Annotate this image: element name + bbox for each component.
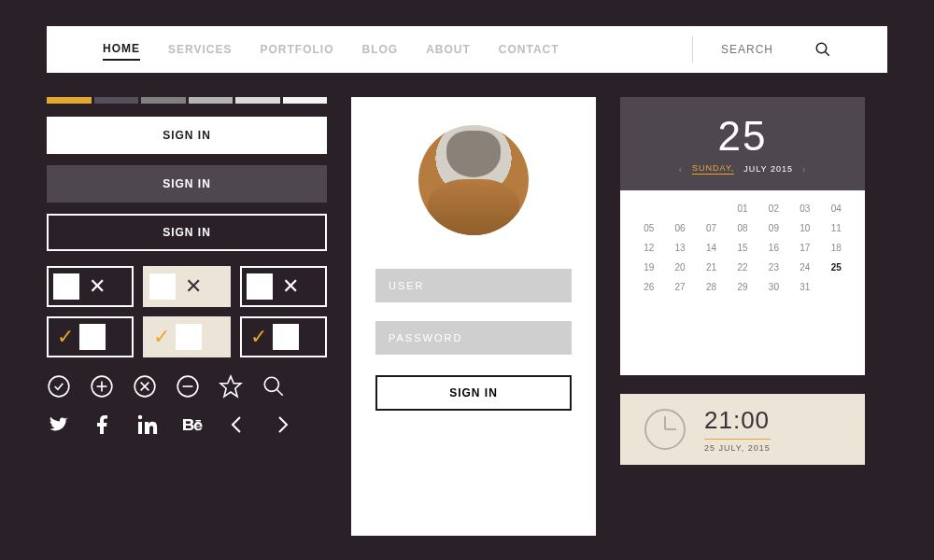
svg-rect-14	[138, 422, 142, 434]
star-icon[interactable]	[219, 374, 243, 399]
chevron-right-icon[interactable]	[271, 413, 293, 436]
clock-widget: 21:00 25 JULY, 2015	[620, 394, 865, 465]
checkbox-variant-1[interactable]: ✕	[47, 266, 134, 307]
calendar-month-year: JULY 2015	[743, 164, 793, 174]
linkedin-icon[interactable]	[136, 413, 159, 436]
clock-icon	[644, 409, 686, 450]
calendar-day-number: 25	[718, 113, 768, 160]
calendar-day-cell[interactable]: 03	[791, 203, 818, 214]
svg-point-2	[49, 376, 69, 397]
progress-segments	[47, 97, 327, 104]
signin-button-light[interactable]: SIGN IN	[47, 117, 327, 154]
facebook-icon[interactable]	[92, 413, 114, 436]
calendar-day-cell[interactable]: 06	[666, 223, 693, 233]
calendar-day-cell[interactable]: 10	[791, 223, 818, 233]
clock-time: 21:00	[704, 406, 771, 435]
nav-divider	[692, 36, 693, 63]
calendar-header: 25 ‹ SUNDAY, JULY 2015 ›	[620, 97, 865, 190]
check-circle-icon[interactable]	[47, 374, 71, 399]
login-submit-button[interactable]: SIGN IN	[375, 375, 572, 411]
svg-point-15	[138, 415, 142, 419]
calendar-day-cell[interactable]: 30	[760, 282, 787, 292]
calendar-day-cell[interactable]: 01	[729, 203, 756, 214]
calendar-day-cell[interactable]: 16	[760, 243, 787, 253]
calendar-next-icon[interactable]: ›	[802, 164, 806, 175]
calendar-day-cell[interactable]: 29	[729, 282, 756, 292]
svg-line-13	[276, 389, 283, 396]
calendar-day-cell[interactable]: 25	[823, 262, 850, 273]
calendar-day-cell[interactable]: 04	[823, 203, 850, 214]
calendar-day-cell[interactable]: 12	[635, 243, 662, 253]
calendar-day-cell[interactable]: 15	[729, 243, 756, 253]
calendar-day-cell[interactable]: 17	[791, 243, 818, 253]
behance-icon[interactable]	[181, 413, 204, 436]
calendar-day-cell[interactable]: 07	[698, 223, 725, 233]
calendar-day-cell[interactable]: 18	[823, 243, 850, 253]
nav-item-services[interactable]: SERVICES	[168, 39, 232, 60]
signin-button-outline[interactable]: SIGN IN	[47, 214, 327, 251]
search-input[interactable]	[721, 43, 786, 56]
checkbox-variant-4[interactable]: ✓	[47, 316, 134, 357]
calendar-day-cell[interactable]: 14	[698, 243, 725, 253]
password-field[interactable]	[375, 321, 572, 355]
calendar-day-cell[interactable]: 09	[760, 223, 787, 233]
svg-line-1	[825, 51, 829, 56]
calendar-day-cell[interactable]: 19	[635, 262, 662, 273]
calendar-day-cell[interactable]: 11	[823, 223, 850, 233]
calendar-day-cell[interactable]: 23	[760, 262, 787, 273]
calendar-day-cell[interactable]: 08	[729, 223, 756, 233]
nav-item-about[interactable]: ABOUT	[426, 39, 471, 60]
checkbox-variant-5[interactable]: ✓	[143, 316, 230, 357]
chevron-left-icon[interactable]	[226, 413, 248, 436]
checkbox-variant-6[interactable]: ✓	[240, 316, 327, 357]
calendar-day-cell[interactable]: 22	[729, 262, 756, 273]
svg-point-0	[816, 43, 827, 53]
signin-button-grey[interactable]: SIGN IN	[47, 165, 327, 203]
calendar-day-cell[interactable]: 31	[791, 282, 818, 292]
login-card: SIGN IN	[351, 97, 596, 536]
clock-date: 25 JULY, 2015	[704, 439, 771, 453]
nav-item-blog[interactable]: BLOG	[361, 39, 398, 60]
top-navbar: HOME SERVICES PORTFOLIO BLOG ABOUT CONTA…	[47, 26, 887, 73]
calendar-day-cell[interactable]: 02	[760, 203, 787, 214]
icon-row	[47, 374, 327, 399]
calendar-day-cell[interactable]: 20	[666, 262, 693, 273]
minus-circle-icon[interactable]	[176, 374, 200, 399]
avatar	[418, 125, 529, 235]
search-outline-icon[interactable]	[262, 374, 286, 399]
search-icon[interactable]	[814, 41, 831, 58]
calendar-day-cell[interactable]: 05	[635, 223, 662, 233]
calendar-weekday: SUNDAY,	[692, 163, 734, 175]
user-field[interactable]	[375, 269, 572, 302]
calendar-grid: 0102030405060708091011121314151617181920…	[620, 190, 865, 305]
svg-marker-11	[220, 376, 241, 397]
calendar-prev-icon[interactable]: ‹	[679, 164, 683, 175]
calendar-day-cell[interactable]: 24	[791, 262, 818, 273]
calendar-day-cell[interactable]: 28	[698, 282, 725, 292]
checkbox-variant-2[interactable]: ✕	[143, 266, 230, 307]
plus-circle-icon[interactable]	[90, 374, 114, 399]
nav-item-portfolio[interactable]: PORTFOLIO	[260, 39, 333, 60]
nav-item-home[interactable]: HOME	[103, 38, 140, 61]
calendar-day-cell[interactable]: 27	[666, 282, 693, 292]
calendar-widget: 25 ‹ SUNDAY, JULY 2015 › 010203040506070…	[620, 97, 865, 375]
calendar-day-cell[interactable]: 21	[698, 262, 725, 273]
checkbox-variant-3[interactable]: ✕	[240, 266, 327, 307]
svg-point-12	[264, 377, 278, 391]
checkbox-grid: ✕ ✕ ✕ ✓ ✓ ✓	[47, 266, 327, 357]
calendar-day-cell[interactable]: 13	[666, 243, 693, 253]
nav-item-contact[interactable]: CONTACT	[499, 39, 559, 60]
social-icon-row	[47, 413, 327, 436]
twitter-icon[interactable]	[47, 413, 69, 436]
x-circle-icon[interactable]	[133, 374, 157, 399]
calendar-day-cell[interactable]: 26	[635, 282, 662, 292]
